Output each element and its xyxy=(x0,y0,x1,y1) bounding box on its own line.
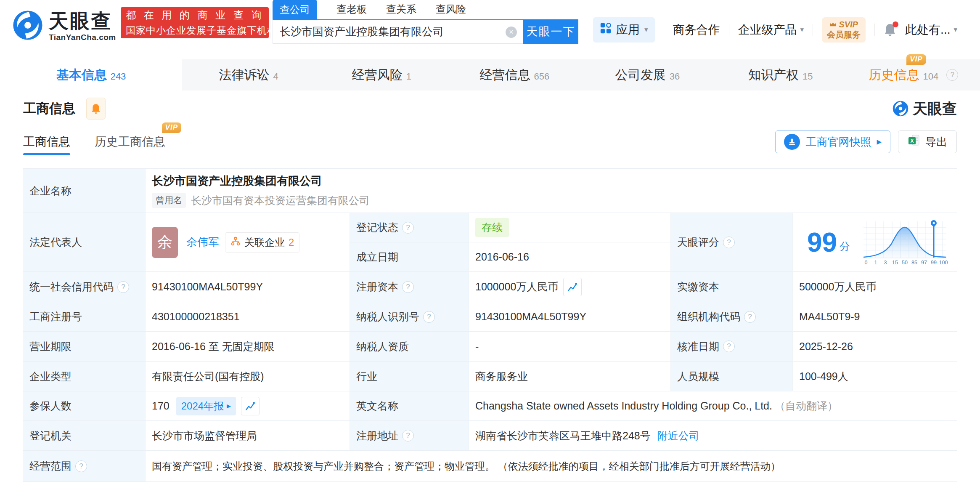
help-icon[interactable]: ? xyxy=(423,311,435,323)
export-button[interactable]: X 导出 xyxy=(898,130,957,153)
registered-address-label: 注册地址 xyxy=(356,429,398,443)
tab-count: 243 xyxy=(111,71,126,82)
value-insured-count: 170 2024年报 ▶ xyxy=(146,391,350,421)
tab-count: 1 xyxy=(406,71,411,82)
tianyancha-logo-icon xyxy=(893,101,908,117)
search-input-wrap: × xyxy=(273,19,523,44)
search-input[interactable] xyxy=(273,20,523,43)
search-tab-risk[interactable]: 查风险 xyxy=(436,3,466,19)
svip-member-button[interactable]: SVIP 会员服务 xyxy=(822,17,866,43)
value-company-name: 长沙市国资产业控股集团有限公司 曾用名 长沙市国有资本投资运营集团有限公司 xyxy=(146,169,957,213)
section-header: 工商信息 天眼查 xyxy=(0,90,980,127)
tab-label: 经营信息 xyxy=(480,66,530,84)
tab-legal-proceedings[interactable]: 法律诉讼 4 xyxy=(182,59,315,90)
search-button[interactable]: 天眼一下 xyxy=(523,19,578,44)
help-icon[interactable]: ? xyxy=(75,460,87,472)
annual-report-label: 2024年报 xyxy=(181,399,224,413)
score-distribution-chart: 0 1 3 15 50 85 97 99 100 xyxy=(862,219,948,266)
legal-rep-name-link[interactable]: 余伟军 xyxy=(186,235,219,250)
help-icon[interactable]: ? xyxy=(946,69,958,81)
svg-text:50: 50 xyxy=(902,260,908,266)
clear-input-icon[interactable]: × xyxy=(506,27,517,38)
tab-company-development[interactable]: 公司发展 36 xyxy=(581,59,714,90)
slogan-banner: 都 在 用 的 商 业 查 询 工 具 国家中小企业发展子基金旗下机构 xyxy=(121,7,269,38)
apps-menu[interactable]: 应用 ▾ xyxy=(593,17,655,43)
tab-history-info[interactable]: 历史信息 VIP 104 ? xyxy=(847,59,980,90)
related-companies-badge[interactable]: 关联企业 2 xyxy=(225,232,299,253)
annual-report-badge[interactable]: 2024年报 ▶ xyxy=(176,397,236,415)
business-scope-label: 经营范围 xyxy=(29,459,72,473)
value-english-name: Changsha State owned Assets Industry Hol… xyxy=(469,391,957,421)
svg-text:X: X xyxy=(910,138,914,144)
slogan-line-2: 国家中小企业发展子基金旗下机构 xyxy=(126,24,264,37)
tab-count: 36 xyxy=(670,71,680,82)
label-approval-date: 核准日期 ? xyxy=(671,332,793,362)
former-name: 长沙市国有资本投资运营集团有限公司 xyxy=(191,194,370,207)
insured-trend-button[interactable] xyxy=(241,397,260,415)
arrow-right-icon: ▶ xyxy=(877,138,882,146)
help-icon[interactable]: ? xyxy=(744,311,756,323)
notification-bell-icon[interactable] xyxy=(884,23,896,37)
score-number: 99 xyxy=(807,229,837,256)
tianyan-score-label: 天眼评分 xyxy=(677,235,719,249)
chevron-down-icon: ▾ xyxy=(954,25,957,34)
search-tab-boss[interactable]: 查老板 xyxy=(336,3,367,19)
tab-label: 历史信息 VIP xyxy=(869,66,919,84)
label-registration-status: 登记状态 ? xyxy=(350,213,469,242)
apps-grid-icon xyxy=(600,22,612,37)
tab-label: 法律诉讼 xyxy=(219,66,269,84)
value-org-code: MA4L50T9-9 xyxy=(793,302,957,332)
brand-name: 天眼查 xyxy=(49,10,116,32)
tab-label: 基本信息 xyxy=(56,66,107,84)
svg-text:0: 0 xyxy=(865,260,868,266)
divider xyxy=(813,24,813,36)
search-tab-relation[interactable]: 查关系 xyxy=(386,3,416,19)
svg-text:97: 97 xyxy=(921,260,927,266)
enterprise-products-menu[interactable]: 企业级产品 ▾ xyxy=(738,22,804,38)
label-taxpayer-quality: 纳税人资质 xyxy=(350,332,469,362)
value-approval-date: 2025-12-26 xyxy=(793,332,957,362)
nearby-companies-link[interactable]: 附近公司 xyxy=(657,429,699,443)
tab-basic-info[interactable]: 基本信息 243 xyxy=(0,59,182,90)
search-tab-company[interactable]: 查公司 xyxy=(273,0,317,19)
avatar[interactable]: 余 xyxy=(152,227,178,258)
label-registered-capital: 注册资本 ? xyxy=(350,272,469,302)
value-taxpayer-quality: - xyxy=(469,332,671,362)
tab-operation-risk[interactable]: 经营风险 1 xyxy=(315,59,448,90)
tab-count: 4 xyxy=(273,71,278,82)
value-registered-capital: 1000000万人民币 xyxy=(469,272,671,302)
value-staff-size: 100-499人 xyxy=(793,362,957,391)
tab-operation-info[interactable]: 经营信息 656 xyxy=(448,59,581,90)
related-companies-count: 2 xyxy=(289,237,294,248)
official-snapshot-button[interactable]: 工商官网快照 ▶ xyxy=(775,130,890,153)
label-credit-code: 统一社会信用代码 ? xyxy=(23,272,146,302)
registered-capital-value: 1000000万人民币 xyxy=(475,280,558,294)
chevron-down-icon: ▾ xyxy=(644,25,648,34)
tab-count: 15 xyxy=(803,71,813,82)
tianyancha-logo[interactable]: 天眼查 TianYanCha.com xyxy=(13,10,116,42)
help-icon[interactable]: ? xyxy=(402,281,414,293)
divider xyxy=(874,24,875,36)
approval-date-label: 核准日期 xyxy=(677,340,719,354)
subtab-history-label: 历史工商信息 xyxy=(95,135,165,148)
subtab-business-info[interactable]: 工商信息 xyxy=(23,127,70,157)
label-registration-number: 工商注册号 xyxy=(23,302,146,332)
help-icon[interactable]: ? xyxy=(402,430,414,441)
help-icon[interactable]: ? xyxy=(723,237,735,248)
capital-trend-button[interactable] xyxy=(563,278,582,296)
svg-text:3: 3 xyxy=(884,260,887,266)
tab-intellectual-property[interactable]: 知识产权 15 xyxy=(714,59,847,90)
value-tianyan-score: 99 分 0 1 3 xyxy=(793,213,957,272)
help-icon[interactable]: ? xyxy=(402,222,414,234)
monitor-bell-button[interactable] xyxy=(86,98,106,120)
business-cooperation-link[interactable]: 商务合作 xyxy=(673,22,720,38)
org-code-label: 组织机构代码 xyxy=(677,310,740,324)
label-staff-size: 人员规模 xyxy=(671,362,793,391)
help-icon[interactable]: ? xyxy=(723,340,735,352)
trend-chart-icon xyxy=(567,282,578,293)
account-menu[interactable]: 此处有... ▾ xyxy=(905,22,957,38)
tab-history-text: 历史信息 xyxy=(869,68,919,82)
subtab-history-business-info[interactable]: 历史工商信息 VIP xyxy=(95,134,165,150)
tab-label: 公司发展 xyxy=(615,66,666,84)
help-icon[interactable]: ? xyxy=(117,281,129,293)
